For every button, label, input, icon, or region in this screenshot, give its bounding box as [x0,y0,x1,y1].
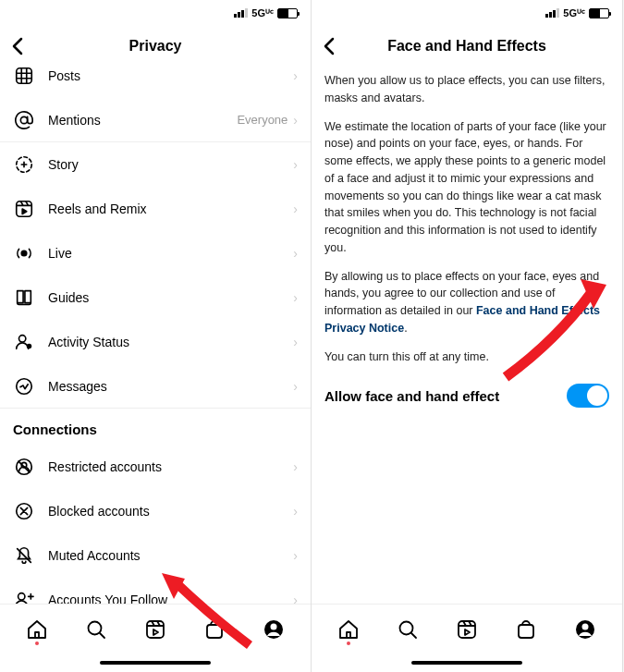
nav-shop[interactable] [514,617,538,641]
nav-home[interactable] [336,617,361,641]
nav-item-story[interactable]: Story › [0,142,311,187]
page-title: Privacy [0,38,311,55]
nav-value: Everyone [237,113,288,127]
nav-label: Blocked accounts [48,504,293,519]
nav-label: Reels and Remix [48,202,293,216]
nav-item-blocked[interactable]: Blocked accounts › [0,489,311,533]
svg-rect-3 [17,202,32,217]
nav-reels[interactable] [455,617,479,641]
status-bar: 5Gᵁᶜ [0,0,311,26]
status-bar: 5Gᵁᶜ [312,0,622,26]
bottom-nav [312,604,622,654]
nav-item-restricted[interactable]: Restricted accounts › [0,445,311,489]
allow-toggle-row: Allow face and hand effect [312,371,622,421]
home-indicator [312,654,622,672]
svg-point-1 [20,116,27,123]
nav-item-live[interactable]: Live › [0,231,311,275]
svg-point-24 [582,623,589,629]
network-label: 5Gᵁᶜ [563,7,585,19]
nav-search[interactable] [396,617,420,641]
nav-label: Muted Accounts [48,548,293,563]
nav-item-messages[interactable]: Messages › [0,364,311,409]
svg-rect-21 [459,621,475,638]
network-label: 5Gᵁᶜ [251,7,274,19]
guides-icon [13,287,35,309]
chevron-icon: › [293,379,298,394]
privacy-list: Posts › Mentions Everyone › Story › Reel… [0,67,311,604]
chevron-icon: › [293,548,298,563]
svg-point-6 [27,344,32,349]
activity-icon [13,331,35,353]
svg-point-19 [271,623,277,629]
privacy-screen: 5Gᵁᶜ Privacy Posts › Mentions Everyone ›… [0,0,312,672]
svg-point-4 [21,250,27,256]
nav-item-follow[interactable]: Accounts You Follow › [0,578,311,604]
info-text-4: You can turn this off at any time. [312,343,622,372]
follow-icon [13,589,35,605]
nav-reels[interactable] [143,617,167,641]
signal-icon [234,8,248,18]
home-indicator [0,654,311,672]
chevron-icon: › [293,290,298,305]
muted-icon [13,544,35,567]
nav-label: Activity Status [48,335,293,349]
nav-profile[interactable] [262,617,286,641]
nav-profile[interactable] [573,617,597,641]
battery-icon [589,8,609,18]
nav-search[interactable] [84,617,108,641]
svg-point-5 [19,336,26,342]
header: Privacy [0,26,311,67]
svg-rect-0 [17,68,32,84]
chevron-icon: › [293,335,298,349]
live-icon [13,242,35,264]
nav-label: Messages [48,379,293,394]
at-icon [13,109,35,131]
chevron-icon: › [293,593,298,605]
chevron-icon: › [293,246,298,261]
nav-label: Accounts You Follow [48,593,293,605]
signal-icon [545,8,559,18]
svg-point-11 [18,593,25,599]
svg-rect-16 [147,621,164,638]
nav-label: Restricted accounts [48,459,293,474]
battery-icon [277,8,298,18]
nav-item-muted[interactable]: Muted Accounts › [0,533,311,578]
nav-item-activity[interactable]: Activity Status › [0,320,311,364]
svg-rect-22 [519,625,533,638]
header: Face and Hand Effects [312,26,622,67]
nav-item-reels[interactable]: Reels and Remix › [0,187,311,231]
chevron-icon: › [293,157,298,172]
posts-icon [13,67,35,87]
restricted-icon [13,456,35,478]
info-text-3: By allowing us to place effects on your … [312,263,622,343]
face-hand-content: When you allow us to place effects, you … [312,67,622,604]
chevron-icon: › [293,459,298,474]
info-text-1: When you allow us to place effects, you … [312,67,622,113]
nav-label: Story [48,157,293,172]
nav-item-posts[interactable]: Posts › [0,67,311,98]
back-button[interactable] [323,37,336,55]
nav-shop[interactable] [202,617,226,641]
nav-label: Posts [48,68,293,83]
page-title: Face and Hand Effects [312,38,622,55]
nav-home[interactable] [25,617,49,641]
back-button[interactable] [11,37,24,55]
section-connections: Connections [0,409,311,445]
nav-item-guides[interactable]: Guides › [0,275,311,320]
face-hand-screen: 5Gᵁᶜ Face and Hand Effects When you allo… [312,0,623,672]
chevron-icon: › [293,68,298,83]
bottom-nav [0,604,311,654]
blocked-icon [13,500,35,522]
reels-icon [13,198,35,220]
nav-label: Live [48,246,293,261]
svg-rect-17 [207,625,222,638]
allow-toggle[interactable] [567,384,609,408]
nav-label: Guides [48,290,293,305]
chevron-icon: › [293,113,298,128]
info-text-2: We estimate the location of parts of you… [312,113,622,263]
nav-item-mentions[interactable]: Mentions Everyone › [0,98,311,142]
chevron-icon: › [293,504,298,519]
messages-icon [13,375,35,397]
story-icon [13,153,35,176]
toggle-label: Allow face and hand effect [324,388,567,404]
